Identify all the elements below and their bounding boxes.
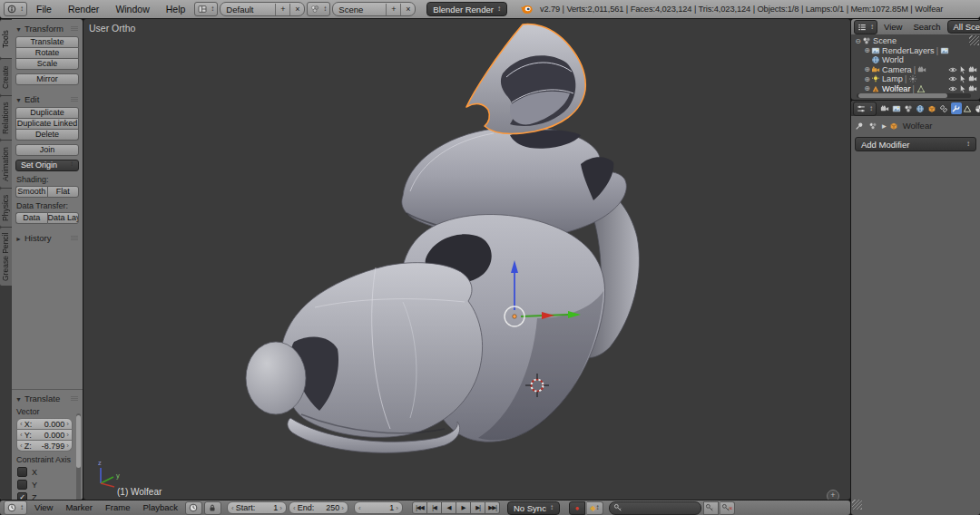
- current-frame-field[interactable]: ‹1›: [354, 501, 403, 514]
- duplicate-button[interactable]: Duplicate: [15, 107, 79, 119]
- panel-header-edit[interactable]: ▼Edit: [15, 94, 80, 104]
- scene-field[interactable]: Scene + ×: [332, 2, 416, 16]
- tab-tools[interactable]: Tools: [0, 20, 12, 58]
- menu-help[interactable]: Help: [159, 0, 193, 18]
- lock-time-toggle[interactable]: [204, 501, 221, 515]
- area-corner-grip[interactable]: [852, 500, 862, 510]
- scrollbar[interactable]: [76, 413, 81, 500]
- screen-layout-browse-button[interactable]: ↕: [194, 2, 218, 16]
- outliner-row-lamp[interactable]: ⊕ Lamp|: [854, 74, 980, 84]
- menu-render[interactable]: Render: [61, 0, 106, 18]
- scale-button[interactable]: Scale: [15, 59, 79, 70]
- outliner-menu-search[interactable]: Search: [908, 19, 945, 34]
- selectability-cursor-icon[interactable]: [958, 65, 967, 74]
- duplicate-linked-button[interactable]: Duplicate Linked: [15, 119, 79, 130]
- delete-scene-button[interactable]: ×: [400, 4, 415, 15]
- menu-window[interactable]: Window: [108, 0, 156, 18]
- timeline-menu-playback[interactable]: Playback: [137, 500, 183, 515]
- expand-icon[interactable]: ⊕: [863, 84, 871, 92]
- menu-file[interactable]: File: [29, 0, 59, 18]
- expand-region-button[interactable]: +: [827, 490, 839, 500]
- delete-keyframe-button[interactable]: ×: [720, 501, 735, 515]
- editor-type-button[interactable]: ↕: [854, 20, 877, 34]
- outliner-row-wolfear[interactable]: ⊕ Wolfear|: [854, 84, 980, 94]
- insert-keyframe-button[interactable]: [703, 501, 719, 515]
- translate-button[interactable]: Translate: [15, 36, 79, 48]
- checkbox-unchecked[interactable]: [17, 467, 27, 477]
- tab-object-data[interactable]: [963, 102, 974, 114]
- auto-keyframe-record-button[interactable]: ●: [569, 501, 585, 515]
- area-corner-grip[interactable]: [969, 35, 979, 45]
- expand-icon[interactable]: ⊕: [863, 65, 871, 73]
- delete-button[interactable]: Delete: [15, 130, 79, 141]
- constraint-x-row[interactable]: X: [17, 467, 80, 477]
- visibility-eye-icon[interactable]: [948, 84, 957, 93]
- play-button[interactable]: ▶: [456, 501, 471, 514]
- constraint-y-row[interactable]: Y: [17, 480, 80, 490]
- transfer-data-button[interactable]: Data: [15, 212, 47, 224]
- add-modifier-dropdown[interactable]: Add Modifier ↕: [855, 137, 976, 151]
- visibility-eye-icon[interactable]: [948, 65, 957, 74]
- viewport-3d[interactable]: z y User Ortho (1) Wolfear +: [83, 19, 850, 500]
- frame-start-field[interactable]: ‹Start:1›: [227, 501, 287, 514]
- transfer-data-layout-button[interactable]: Data Layo: [47, 212, 80, 224]
- expand-icon[interactable]: ⊕: [863, 75, 871, 83]
- rotate-button[interactable]: Rotate: [15, 48, 79, 59]
- jump-to-start-button[interactable]: |◀◀: [412, 501, 427, 514]
- panel-header-translate[interactable]: ▼Translate: [15, 394, 80, 403]
- tab-object[interactable]: [927, 102, 938, 114]
- outliner-row-camera[interactable]: ⊕ Camera|: [854, 65, 980, 75]
- visibility-eye-icon[interactable]: [948, 74, 957, 83]
- scrollbar[interactable]: [857, 93, 971, 98]
- selectability-cursor-icon[interactable]: [958, 84, 967, 93]
- constraint-z-row[interactable]: ✓Z: [17, 492, 80, 500]
- tab-relations[interactable]: Relations: [0, 96, 12, 140]
- outliner-row-renderlayers[interactable]: ⊕ RenderLayers|: [854, 46, 980, 56]
- collapse-icon[interactable]: ⊖: [854, 37, 862, 45]
- add-scene-button[interactable]: +: [386, 4, 400, 15]
- set-origin-dropdown[interactable]: Set Origin↕: [15, 160, 79, 171]
- sync-mode-dropdown[interactable]: No Sync↕: [507, 501, 560, 515]
- checkbox-unchecked[interactable]: [17, 480, 27, 490]
- delete-layout-button[interactable]: ×: [289, 4, 304, 15]
- editor-type-button[interactable]: ↕: [4, 500, 27, 515]
- next-keyframe-button[interactable]: ▶|: [471, 501, 485, 514]
- tab-render[interactable]: [880, 102, 891, 114]
- mirror-button[interactable]: Mirror: [15, 73, 79, 85]
- tab-physics[interactable]: Physics: [0, 189, 12, 227]
- shade-flat-button[interactable]: Flat: [47, 186, 80, 198]
- prev-keyframe-button[interactable]: |◀: [427, 501, 442, 514]
- vector-x-field[interactable]: ‹X:0.000›: [16, 418, 73, 430]
- tab-render-layers[interactable]: [892, 102, 903, 114]
- renderability-camera-icon[interactable]: [968, 84, 977, 93]
- panel-header-transform[interactable]: ▼Transform: [15, 24, 80, 34]
- shade-smooth-button[interactable]: Smooth: [15, 186, 47, 198]
- render-engine-dropdown[interactable]: Blender Render ↕: [426, 2, 507, 16]
- keying-set-dropdown[interactable]: ◆↕: [587, 501, 603, 515]
- renderlayer-data-icon[interactable]: [940, 46, 949, 55]
- timeline-menu-view[interactable]: View: [29, 500, 58, 515]
- outliner-display-filter[interactable]: All Scenes: [947, 20, 980, 34]
- editor-type-button[interactable]: ↕: [853, 102, 877, 116]
- tab-world[interactable]: [916, 102, 926, 114]
- editor-type-button[interactable]: ↕: [4, 2, 27, 16]
- play-reverse-button[interactable]: ◀: [442, 501, 456, 514]
- timeline-menu-frame[interactable]: Frame: [100, 500, 135, 515]
- vector-z-field[interactable]: ‹Z:-8.799›: [16, 441, 73, 452]
- join-button[interactable]: Join: [15, 144, 79, 156]
- frame-end-field[interactable]: ‹End:250›: [289, 501, 348, 514]
- timeline-menu-marker[interactable]: Marker: [60, 500, 98, 515]
- outliner-row-world[interactable]: World: [854, 55, 980, 65]
- renderability-camera-icon[interactable]: [968, 74, 977, 83]
- scene-browse-button[interactable]: ↕: [307, 2, 330, 16]
- add-layout-button[interactable]: +: [275, 4, 289, 15]
- tab-constraints[interactable]: [939, 102, 950, 114]
- outliner-menu-view[interactable]: View: [879, 19, 906, 34]
- tab-scene[interactable]: [904, 102, 915, 114]
- expand-icon[interactable]: ⊕: [863, 46, 871, 54]
- checkbox-checked[interactable]: ✓: [17, 492, 27, 500]
- outliner-row-scene[interactable]: ⊖ Scene: [854, 36, 980, 46]
- active-keying-set-input[interactable]: [609, 501, 701, 515]
- screen-layout-field[interactable]: Default + ×: [220, 2, 305, 16]
- selectability-cursor-icon[interactable]: [958, 74, 967, 83]
